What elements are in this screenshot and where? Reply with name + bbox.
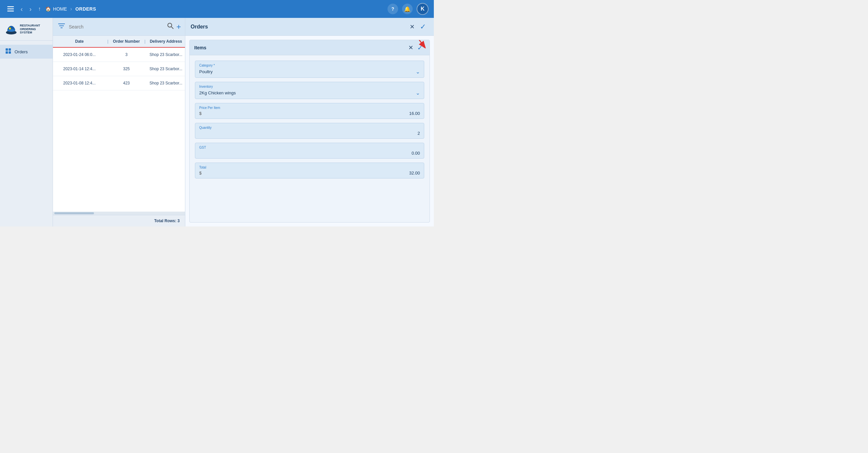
total-prefix: $ xyxy=(199,171,202,175)
items-panel: Items ✕ ✓ xyxy=(189,40,430,223)
search-input[interactable] xyxy=(69,24,164,29)
col-sep-1: | xyxy=(106,39,110,44)
sidebar-item-label: Orders xyxy=(14,49,28,54)
help-icon[interactable]: ? xyxy=(388,4,398,14)
cell-delivery-1: Shop 23 Scarbor... xyxy=(147,52,185,57)
cell-order-1: 3 xyxy=(110,52,143,57)
category-dropdown-icon[interactable]: ⌄ xyxy=(415,68,420,75)
quantity-value-row: 2 xyxy=(199,131,420,136)
items-close-button[interactable]: ✕ xyxy=(406,44,415,52)
scrollbar-thumb[interactable] xyxy=(54,212,94,214)
search-icon[interactable] xyxy=(167,23,174,31)
svg-rect-1 xyxy=(7,9,14,9)
svg-rect-0 xyxy=(7,6,14,7)
quantity-label: Quantity xyxy=(199,126,420,130)
cell-date-3: 2023-01-08 12:4... xyxy=(53,81,106,85)
svg-rect-8 xyxy=(6,51,8,54)
avatar[interactable]: K xyxy=(416,3,429,15)
quantity-field[interactable]: Quantity 2 xyxy=(195,123,424,139)
gst-value: 0.00 xyxy=(412,151,420,155)
table-rows: 2023-01-24 06:0... 3 Shop 23 Scarbor... … xyxy=(53,48,185,211)
total-rows-label: Total Rows: 3 xyxy=(154,219,180,223)
sidebar-logo: RESTAURANT ORDERING SYSTEM xyxy=(0,23,53,41)
detail-panel: Orders ✕ ✓ Items ✕ ✓ xyxy=(185,18,434,227)
items-confirm-button[interactable]: ✓ xyxy=(415,43,425,52)
svg-rect-6 xyxy=(6,48,8,51)
quantity-value: 2 xyxy=(417,131,420,136)
forward-icon[interactable]: › xyxy=(28,4,34,14)
category-value: Poultry xyxy=(199,69,212,74)
col-delivery-header: Delivery Address xyxy=(147,39,185,44)
menu-icon[interactable] xyxy=(5,5,16,13)
add-button[interactable]: + xyxy=(176,23,181,31)
cell-delivery-2: Shop 23 Scarbor... xyxy=(147,66,185,71)
items-form: Category * Poultry ⌄ Inventory 2Kg Chick… xyxy=(190,55,430,222)
list-panel: + Date | Order Number | Delivery Address… xyxy=(53,18,185,227)
main-layout: RESTAURANT ORDERING SYSTEM Orders xyxy=(0,18,434,227)
col-order-header: Order Number xyxy=(110,39,143,44)
inventory-value: 2Kg Chicken wings xyxy=(199,90,236,95)
items-panel-title: Items xyxy=(194,45,406,50)
svg-rect-9 xyxy=(9,51,11,54)
svg-point-4 xyxy=(7,29,15,32)
detail-panel-title: Orders xyxy=(191,24,407,30)
home-button[interactable]: 🏠 HOME xyxy=(45,6,67,11)
category-label: Category * xyxy=(199,63,420,67)
total-value-row: $ 32.00 xyxy=(199,171,420,175)
inventory-value-row: 2Kg Chicken wings ⌄ xyxy=(199,90,420,96)
table-header: Date | Order Number | Delivery Address xyxy=(53,36,185,48)
horizontal-scrollbar[interactable] xyxy=(53,211,185,215)
list-toolbar: + xyxy=(53,18,185,36)
total-label: Total xyxy=(199,166,420,169)
nav-right-section: ? 🔔 K xyxy=(388,3,429,15)
page-title: ORDERS xyxy=(75,6,96,11)
svg-line-14 xyxy=(172,27,174,29)
logo-text: RESTAURANT ORDERING SYSTEM xyxy=(20,24,47,34)
table-row[interactable]: 2023-01-08 12:4... 423 Shop 23 Scarbor..… xyxy=(53,76,185,90)
total-field[interactable]: Total $ 32.00 xyxy=(195,163,424,178)
total-value: 32.00 xyxy=(409,171,420,175)
cell-date-2: 2023-01-14 12:4... xyxy=(53,66,106,71)
orders-icon xyxy=(5,48,11,55)
gst-label: GST xyxy=(199,146,420,149)
cell-order-3: 423 xyxy=(110,81,143,85)
cell-order-2: 325 xyxy=(110,66,143,71)
bell-icon[interactable]: 🔔 xyxy=(402,4,413,14)
back-icon[interactable]: ‹ xyxy=(19,4,25,14)
inventory-field[interactable]: Inventory 2Kg Chicken wings ⌄ xyxy=(195,82,424,99)
price-prefix: $ xyxy=(199,111,202,116)
home-label: HOME xyxy=(53,6,67,11)
table-row[interactable]: 2023-01-14 12:4... 325 Shop 23 Scarbor..… xyxy=(53,62,185,76)
filter-button[interactable] xyxy=(57,22,66,31)
svg-rect-7 xyxy=(9,48,11,51)
category-field[interactable]: Category * Poultry ⌄ xyxy=(195,61,424,78)
price-label: Price Per Item xyxy=(199,106,420,110)
items-confirm-wrapper: ✓ xyxy=(415,43,425,52)
up-icon[interactable]: ↑ xyxy=(36,5,43,13)
detail-close-button[interactable]: ✕ xyxy=(407,22,417,32)
svg-point-13 xyxy=(168,23,172,27)
cell-delivery-3: Shop 23 Scarbor... xyxy=(147,81,185,85)
items-header: Items ✕ ✓ xyxy=(190,40,430,55)
gst-field[interactable]: GST 0.00 xyxy=(195,143,424,159)
gst-value-row: 0.00 xyxy=(199,151,420,155)
table-footer: Total Rows: 3 xyxy=(53,215,185,227)
home-icon: 🏠 xyxy=(45,6,51,11)
sidebar-item-orders[interactable]: Orders xyxy=(0,45,53,59)
col-date-header: Date xyxy=(53,39,106,44)
cell-date-1: 2023-01-24 06:0... xyxy=(53,52,106,57)
detail-confirm-button[interactable]: ✓ xyxy=(417,21,429,32)
price-field[interactable]: Price Per Item $ 16.00 xyxy=(195,103,424,119)
svg-rect-2 xyxy=(7,10,14,11)
inventory-dropdown-icon[interactable]: ⌄ xyxy=(415,90,420,96)
sidebar: RESTAURANT ORDERING SYSTEM Orders xyxy=(0,18,53,227)
table-row[interactable]: 2023-01-24 06:0... 3 Shop 23 Scarbor... xyxy=(53,48,185,62)
svg-point-5 xyxy=(9,27,11,29)
detail-header: Orders ✕ ✓ xyxy=(185,18,434,36)
nav-separator: › xyxy=(70,6,72,12)
col-sep-2: | xyxy=(143,39,147,44)
logo-icon xyxy=(5,23,17,35)
top-nav-bar: ‹ › ↑ 🏠 HOME › ORDERS ? 🔔 K xyxy=(0,0,434,18)
inventory-label: Inventory xyxy=(199,85,420,88)
category-value-row: Poultry ⌄ xyxy=(199,68,420,75)
